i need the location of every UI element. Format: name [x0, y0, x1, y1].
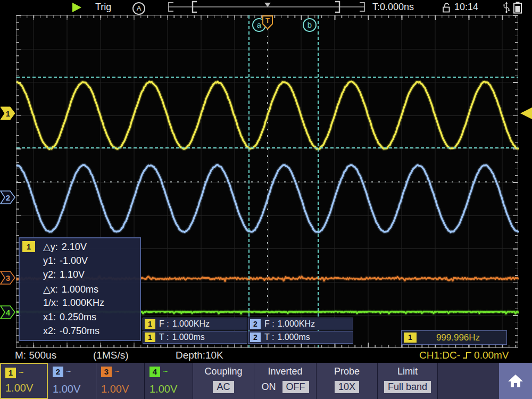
cursor-panel-channel-badge: 1 [22, 241, 35, 252]
cursor-readout-panel[interactable]: 1 △y:2.10V y1:-1.00V y2:1.10V △x:1.000ms… [19, 237, 141, 341]
ch2-position-marker[interactable]: 2 [0, 190, 16, 204]
limit-label: Limit [378, 366, 437, 377]
ch2-marker-number: 2 [6, 193, 10, 202]
ch4-position-marker[interactable]: 4 [0, 305, 16, 319]
trigger-flag-letter: T [265, 16, 270, 24]
inverted-off-option[interactable]: OFF [282, 381, 309, 393]
ch4-coupling-symbol: ~ [163, 367, 168, 377]
measure-ch1-period: 1 T : 1.000ms [143, 331, 247, 344]
limit-value-button[interactable]: Full band [384, 381, 431, 393]
channel-4-button[interactable]: 4 ~ 1.00V [145, 363, 193, 399]
battery-icon [512, 2, 523, 14]
ch1-position-marker[interactable]: 1 [0, 106, 16, 120]
menu-limit: Limit Full band [377, 363, 437, 399]
auto-trigger-badge: A [132, 2, 145, 15]
unlock-icon [442, 2, 451, 13]
cursor-a-line[interactable] [248, 15, 250, 347]
status-row: M: 500us (1MS/s) Depth:10K CH1:DC- 0.00m… [0, 348, 532, 363]
probe-value-button[interactable]: 10X [335, 381, 359, 393]
usb-icon [503, 2, 510, 13]
ch4-marker-number: 4 [6, 308, 11, 317]
home-icon [507, 373, 524, 389]
run-play-icon[interactable] [72, 3, 81, 12]
channel-1-button[interactable]: 1 ~ 1.00V [0, 363, 48, 399]
oscilloscope-screen: Trig A T:0.000ns 10:14 [0, 0, 532, 399]
timebase-readout: M: 500us [15, 350, 56, 361]
trigger-settings-readout: CH1:DC- 0.00mV [419, 350, 509, 361]
channel-2-button[interactable]: 2 ~ 1.00V [48, 363, 96, 399]
ch1-scale: 1.00V [5, 382, 33, 394]
ch3-marker-number: 3 [6, 273, 10, 282]
ch1-badge: 1 [145, 319, 155, 329]
cursor-row-x1: x1:0.250ms [43, 312, 104, 326]
ch1-marker-number: 1 [6, 109, 10, 118]
ch1-badge: 1 [145, 332, 155, 342]
cursor-b-line[interactable] [318, 15, 319, 347]
trigger-position-pointer [264, 3, 271, 7]
trigger-position-flag[interactable]: T [262, 15, 273, 30]
measure-ch2-period: 2 T : 1.000ms [248, 331, 353, 344]
horizontal-position-indicator[interactable] [166, 1, 367, 13]
home-button[interactable] [499, 363, 532, 399]
ch1-badge: 1 [404, 332, 417, 343]
cursor-y1-line[interactable] [16, 147, 518, 148]
frequency-counter-value: 999.996Hz [420, 332, 496, 343]
bottom-menu-bar: 1 ~ 1.00V 2 ~ 1.00V 3 ~ 1.00V 4 ~ 1.00V … [0, 363, 532, 399]
top-status-bar: Trig A T:0.000ns 10:14 [0, 0, 532, 15]
trigger-state-label: Trig [95, 2, 111, 13]
sample-rate-readout: (1MS/s) [93, 350, 129, 361]
cursor-row-dx: △x:1.000ms [43, 284, 104, 298]
cursor-row-dy: △y:2.10V [43, 241, 104, 255]
menu-coupling: Coupling AC [193, 363, 254, 399]
cursor-row-y1: y1:-1.00V [43, 255, 104, 270]
ch4-scale: 1.00V [149, 383, 177, 395]
ch2-coupling-symbol: ~ [66, 367, 71, 377]
menu-probe: Probe 10X [316, 363, 377, 399]
trigger-time-offset: T:0.000ns [372, 2, 414, 13]
frequency-counter: 1 999.996Hz [401, 330, 507, 345]
measure-ch2-frequency: 2 F : 1.000KHz [248, 318, 353, 330]
coupling-label: Coupling [193, 366, 254, 377]
menu-inverted: Inverted ON OFF [254, 363, 316, 399]
cursor-row-x2: x2:-0.750ms [43, 326, 104, 340]
coupling-value-button[interactable]: AC [213, 381, 234, 393]
clock: 10:14 [454, 2, 478, 13]
ch3-coupling-symbol: ~ [114, 367, 119, 377]
ch2-badge: 2 [250, 319, 261, 329]
channel-3-button[interactable]: 3 ~ 1.00V [97, 363, 145, 399]
menu-empty-panel [437, 363, 499, 399]
memory-depth-readout: Depth:10K [176, 350, 223, 361]
inverted-on-option[interactable]: ON [262, 381, 276, 393]
cursor-row-y2: y2:1.10V [43, 269, 104, 284]
probe-label: Probe [317, 366, 377, 377]
cursor-readout-rows: △y:2.10V y1:-1.00V y2:1.10V △x:1.000ms 1… [43, 241, 104, 340]
ch2-badge: 2 [250, 332, 261, 342]
rising-edge-icon [462, 351, 472, 360]
ch1-coupling-symbol: ~ [19, 368, 23, 378]
cursor-y2-line[interactable] [16, 77, 518, 78]
cursor-row-1overdx: 1/x:1.000KHz [43, 297, 104, 312]
inverted-label: Inverted [254, 366, 316, 377]
ch3-position-marker[interactable]: 3 [0, 271, 16, 285]
cursor-b-badge[interactable]: b [303, 18, 317, 32]
measure-ch1-frequency: 1 F : 1.000KHz [143, 318, 247, 330]
trigger-level-marker[interactable] [520, 107, 532, 119]
ch2-scale: 1.00V [53, 383, 80, 395]
ch3-scale: 1.00V [101, 383, 129, 395]
